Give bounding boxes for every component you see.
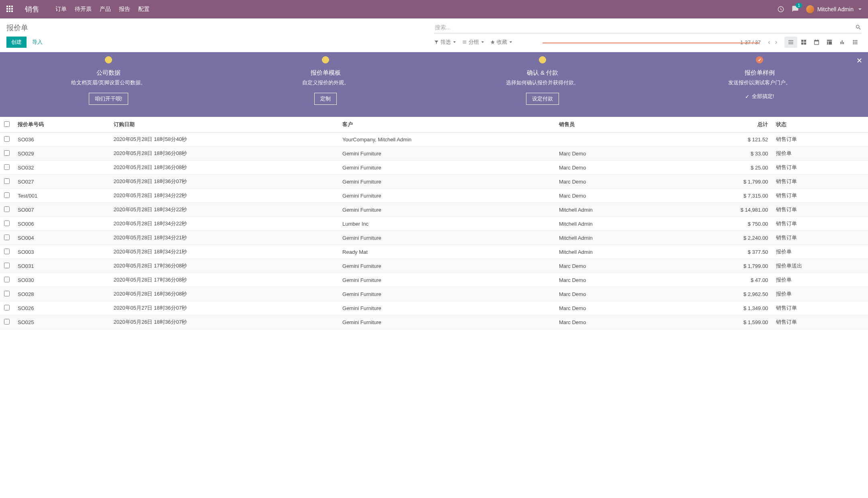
- row-checkbox[interactable]: [4, 192, 10, 198]
- cell-status: 报价单: [772, 287, 868, 301]
- row-checkbox[interactable]: [4, 277, 10, 282]
- select-all-checkbox[interactable]: [4, 121, 10, 127]
- table-row[interactable]: SO0062020年05月28日 18时34分22秒Lumber IncMitc…: [0, 217, 868, 231]
- row-checkbox-cell[interactable]: [0, 287, 14, 301]
- row-checkbox[interactable]: [4, 319, 10, 325]
- view-list-button[interactable]: [784, 37, 797, 48]
- table-row[interactable]: SO0302020年05月28日 17时36分08秒Gemini Furnitu…: [0, 273, 868, 287]
- nav-link-orders[interactable]: 订单: [55, 6, 67, 13]
- step-connector: [108, 43, 326, 43]
- app-brand[interactable]: 销售: [25, 4, 39, 14]
- cell-status: 销售订单: [772, 315, 868, 329]
- apps-icon[interactable]: [6, 6, 14, 13]
- groupby-menu[interactable]: 分组: [462, 39, 484, 46]
- nav-link-invoicing[interactable]: 待开票: [75, 6, 92, 13]
- clock-icon[interactable]: [777, 6, 784, 13]
- cell-salesperson: Mitchell Admin: [555, 217, 672, 231]
- table-row[interactable]: SO0292020年05月28日 18时36分08秒Gemini Furnitu…: [0, 147, 868, 161]
- search-input[interactable]: [434, 22, 862, 33]
- search-icon[interactable]: [855, 24, 862, 31]
- row-checkbox-cell[interactable]: [0, 217, 14, 231]
- table-row[interactable]: SO0282020年05月28日 16时36分08秒Gemini Furnitu…: [0, 287, 868, 301]
- cell-number: SO007: [14, 203, 110, 217]
- table-row[interactable]: SO0272020年05月28日 18时36分07秒Gemini Furnitu…: [0, 175, 868, 189]
- row-checkbox[interactable]: [4, 220, 10, 226]
- row-checkbox[interactable]: [4, 291, 10, 296]
- table-row[interactable]: SO0322020年05月28日 18时36分08秒Gemini Furnitu…: [0, 161, 868, 175]
- view-pivot-button[interactable]: [823, 37, 836, 48]
- nav-link-config[interactable]: 配置: [138, 6, 149, 13]
- select-all-header[interactable]: [0, 117, 14, 133]
- step-action-button[interactable]: 咱们开干呗!: [89, 93, 129, 105]
- nav-link-products[interactable]: 产品: [100, 6, 111, 13]
- view-graph-button[interactable]: [836, 37, 849, 48]
- row-checkbox[interactable]: [4, 235, 10, 240]
- table-row[interactable]: SO0362020年05月28日 18时58分40秒YourCompany, M…: [0, 133, 868, 147]
- row-checkbox-cell[interactable]: [0, 301, 14, 315]
- row-checkbox-cell[interactable]: [0, 133, 14, 147]
- table-row[interactable]: SO0312020年05月28日 17时36分08秒Gemini Furnitu…: [0, 259, 868, 273]
- col-customer[interactable]: 客户: [338, 117, 555, 133]
- col-date[interactable]: 订购日期: [110, 117, 338, 133]
- step-action-button[interactable]: 定制: [314, 93, 337, 105]
- step-title: 确认 & 付款: [442, 69, 643, 77]
- col-total[interactable]: 总计: [672, 117, 772, 133]
- chat-badge: 1: [796, 3, 802, 8]
- chat-icon[interactable]: 1: [792, 5, 799, 14]
- close-icon[interactable]: ✕: [856, 56, 862, 65]
- row-checkbox-cell[interactable]: [0, 259, 14, 273]
- pager-next-button[interactable]: ›: [773, 37, 780, 47]
- step-action-button[interactable]: 设定付款: [526, 93, 559, 105]
- row-checkbox-cell[interactable]: [0, 161, 14, 175]
- row-checkbox-cell[interactable]: [0, 245, 14, 259]
- row-checkbox-cell[interactable]: [0, 273, 14, 287]
- view-activity-button[interactable]: [849, 37, 862, 48]
- row-checkbox[interactable]: [4, 136, 10, 142]
- cell-status: 销售订单: [772, 133, 868, 147]
- table-row[interactable]: SO0252020年05月26日 18时36分07秒Gemini Furnitu…: [0, 315, 868, 329]
- table-row[interactable]: Test/0012020年05月28日 18时34分22秒Gemini Furn…: [0, 189, 868, 203]
- cell-status: 销售订单: [772, 161, 868, 175]
- row-checkbox[interactable]: [4, 164, 10, 170]
- row-checkbox-cell[interactable]: [0, 175, 14, 189]
- search-bar[interactable]: [434, 22, 862, 33]
- view-calendar-button[interactable]: [810, 37, 823, 48]
- calendar-view-icon: [813, 39, 820, 45]
- row-checkbox-cell[interactable]: [0, 147, 14, 161]
- cell-date: 2020年05月28日 18时34分22秒: [110, 217, 338, 231]
- pager-text[interactable]: 1-37 / 37: [740, 39, 761, 45]
- row-checkbox-cell[interactable]: [0, 231, 14, 245]
- row-checkbox-cell[interactable]: [0, 315, 14, 329]
- row-checkbox[interactable]: [4, 206, 10, 212]
- table-row[interactable]: SO0032020年05月28日 18时34分21秒Ready MatMitch…: [0, 245, 868, 259]
- favorites-menu[interactable]: 收藏: [490, 39, 512, 46]
- nav-link-reports[interactable]: 报告: [119, 6, 130, 13]
- cell-total: $ 14,981.00: [672, 203, 772, 217]
- row-checkbox[interactable]: [4, 150, 10, 156]
- row-checkbox-cell[interactable]: [0, 203, 14, 217]
- orders-table: 报价单号码 订购日期 客户 销售员 总计 状态 SO0362020年05月28日…: [0, 117, 868, 329]
- table-row[interactable]: SO0072020年05月28日 18时34分22秒Gemini Furnitu…: [0, 203, 868, 217]
- filters-menu[interactable]: 筛选: [434, 39, 456, 46]
- cell-number: SO027: [14, 175, 110, 189]
- table-row[interactable]: SO0262020年05月27日 18时36分07秒Gemini Furnitu…: [0, 301, 868, 315]
- row-checkbox[interactable]: [4, 249, 10, 254]
- user-menu[interactable]: Mitchell Admin: [806, 5, 862, 13]
- row-checkbox[interactable]: [4, 305, 10, 310]
- cell-salesperson: Marc Demo: [555, 259, 672, 273]
- col-status[interactable]: 状态: [772, 117, 868, 133]
- col-salesperson[interactable]: 销售员: [555, 117, 672, 133]
- view-kanban-button[interactable]: [797, 37, 810, 48]
- row-checkbox[interactable]: [4, 263, 10, 268]
- pager-prev-button[interactable]: ‹: [766, 37, 772, 47]
- cell-customer: Gemini Furniture: [338, 147, 555, 161]
- cell-number: SO025: [14, 315, 110, 329]
- row-checkbox[interactable]: [4, 178, 10, 184]
- table-row[interactable]: SO0042020年05月28日 18时34分21秒Gemini Furnitu…: [0, 231, 868, 245]
- avatar: [806, 5, 814, 13]
- import-link[interactable]: 导入: [32, 39, 43, 46]
- col-number[interactable]: 报价单号码: [14, 117, 110, 133]
- row-checkbox-cell[interactable]: [0, 189, 14, 203]
- cell-salesperson: Mitchell Admin: [555, 231, 672, 245]
- create-button[interactable]: 创建: [6, 37, 27, 48]
